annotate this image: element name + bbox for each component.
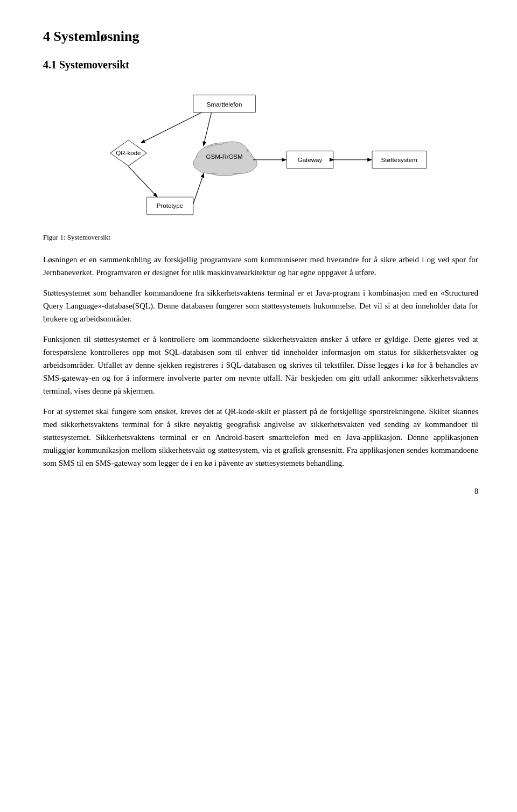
svg-text:Gateway: Gateway [298,157,323,163]
svg-text:Prototype: Prototype [157,202,183,209]
page-number: 8 [43,486,478,497]
svg-text:Støttesystem: Støttesystem [381,157,417,163]
paragraph-1: Løsningen er en sammenkobling av forskje… [43,253,478,279]
paragraph-4: For at systemet skal fungere som ønsket,… [43,405,478,470]
paragraph-2: Støttesystemet som behandler kommandoene… [43,286,478,325]
svg-line-22 [193,174,204,204]
svg-line-17 [204,113,211,145]
paragraph-3: Funksjonen til støttesystemet er å kontr… [43,333,478,397]
svg-text:Smarttelefon: Smarttelefon [207,101,242,108]
svg-line-21 [128,166,157,197]
svg-text:QR-kode: QR-kode [116,150,141,156]
svg-text:GSM-R/GSM: GSM-R/GSM [206,153,243,160]
chapter-heading: 4 Systemløsning [43,26,478,47]
figur-caption: Figur 1: Systemoversikt [43,232,478,243]
system-diagram: Smarttelefon QR-kode GSM-R/GSM Gateway S… [43,86,478,226]
svg-line-18 [142,113,202,143]
section-heading: 4.1 Systemoversikt [43,57,478,73]
